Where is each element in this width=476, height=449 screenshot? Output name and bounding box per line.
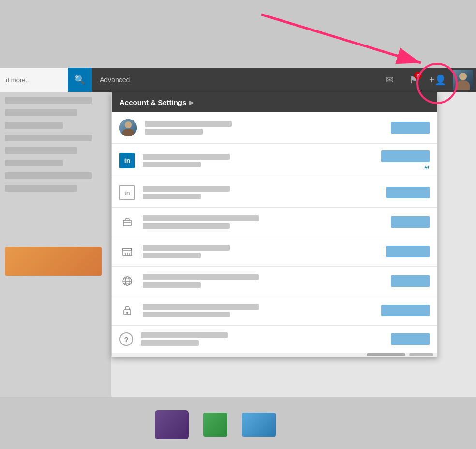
svg-rect-5 [123,248,132,251]
avatar-face [459,73,467,80]
row-content [143,304,373,317]
left-color-block [5,247,102,276]
mail-nav-icon[interactable]: ✉ [377,68,402,92]
action-button[interactable] [391,122,430,134]
row-content [143,154,373,167]
blurred-text [143,154,230,160]
search-input[interactable] [0,68,68,92]
list-item[interactable]: in er [112,144,437,178]
action-button[interactable] [386,187,430,198]
blurred-text [143,245,230,251]
row-action [391,216,430,228]
advanced-label: Advanced [100,76,130,84]
row-content [143,245,378,258]
advanced-button[interactable]: Advanced [92,68,137,92]
blurred-text [143,215,259,221]
blob-green [203,413,227,437]
blur-line-2 [5,109,77,116]
lock-icon [119,303,135,318]
question-icon: ? [119,332,133,346]
avatar [453,70,473,90]
add-connection-icon: +👤 [429,74,447,86]
scrollbar-thumb[interactable] [367,353,405,356]
row-content [145,121,383,135]
blurred-text [145,129,203,135]
action-button[interactable] [386,246,430,257]
svg-rect-2 [123,220,131,226]
blur-line-6 [5,160,63,166]
account-settings-dropdown: Account & Settings ▶ in [111,92,438,357]
dropdown-body: in er in [112,112,437,353]
blurred-text [143,223,230,229]
mail-icon: ✉ [386,74,394,86]
row-action [386,246,430,257]
linkedin-outline-icon: in [119,185,135,200]
search-button[interactable]: 🔍 [68,68,92,92]
blurred-text [143,186,230,192]
notifications-badge: 2 [414,72,422,79]
row-content [141,332,383,346]
row-action [381,305,430,316]
action-button[interactable] [391,216,430,228]
search-area: 🔍 Advanced [0,68,137,92]
notifications-nav-icon[interactable]: ⚑ 2 [402,68,426,92]
dropdown-header-arrow: ▶ [189,99,193,106]
row-content [143,186,378,199]
globe-icon [119,273,135,289]
bottom-blobs [155,410,276,439]
avatar-body [456,80,470,90]
blob-blue [242,413,276,437]
blur-line-7 [5,172,92,179]
action-text: er [424,164,430,171]
blurred-text [143,253,201,258]
list-item[interactable] [112,267,437,296]
blurred-text [143,282,201,288]
list-item[interactable] [112,208,437,237]
linkedin-blue-icon: in [119,153,135,168]
briefcase-icon [119,214,135,230]
row-action [391,275,430,287]
row-action [386,187,430,198]
list-item[interactable] [112,237,437,267]
blur-line-8 [5,185,77,192]
blurred-text [143,162,201,167]
blur-line-5 [5,147,77,154]
row-content [143,215,383,229]
dropdown-scrollbar [112,353,437,357]
blurred-text [145,121,232,127]
navbar: 🔍 Advanced ✉ ⚑ 2 +👤 [0,68,476,92]
add-connection-nav-icon[interactable]: +👤 [426,68,450,92]
row-content [143,274,383,288]
avatar-inner [453,70,473,90]
list-item[interactable] [112,112,437,144]
blurred-text [141,332,228,338]
blurred-text [141,340,199,346]
blurred-text [143,274,259,280]
row-action: er [381,150,430,171]
action-button[interactable] [391,333,430,345]
blurred-text [143,312,230,317]
search-icon: 🔍 [74,75,85,85]
action-button[interactable] [391,275,430,287]
nav-icon-group: ✉ ⚑ 2 +👤 [377,68,476,92]
blur-line-4 [5,135,92,141]
blurred-text [143,304,259,310]
scrollbar-thumb-small[interactable] [409,353,433,356]
building-icon [119,244,135,259]
svg-point-15 [126,312,128,314]
list-item[interactable] [112,296,437,326]
blob-purple [155,410,189,439]
row-action [391,333,430,345]
left-blur-content [5,97,106,192]
blur-line-3 [5,122,63,129]
blur-line-1 [5,97,92,104]
action-button[interactable] [381,305,430,316]
blurred-text [143,194,201,199]
profile-avatar-nav-icon[interactable] [450,68,476,92]
list-item[interactable]: ? [112,326,437,353]
action-button[interactable] [381,150,430,162]
dropdown-header-label: Account & Settings [119,98,186,106]
list-item[interactable]: in [112,178,437,208]
dropdown-header[interactable]: Account & Settings ▶ [112,92,437,112]
row-action [391,122,430,134]
